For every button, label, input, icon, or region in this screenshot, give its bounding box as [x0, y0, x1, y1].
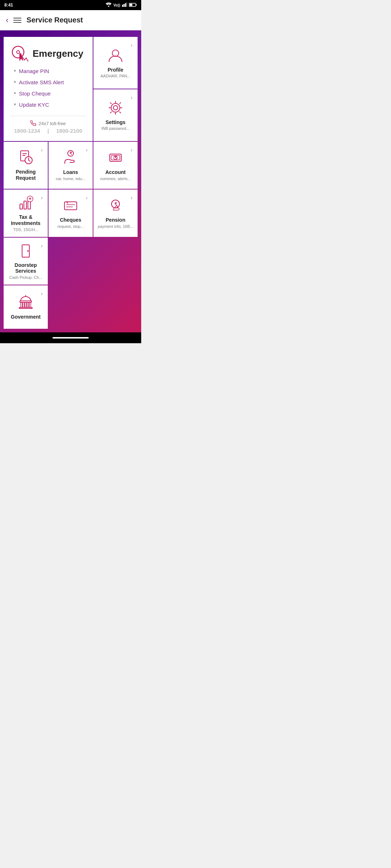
settings-title: Settings — [105, 119, 125, 125]
government-icon — [18, 294, 34, 312]
svg-rect-38 — [25, 302, 26, 307]
chevron-icon: › — [131, 147, 133, 153]
battery-icon — [129, 3, 137, 8]
doorstep-card[interactable]: › DoorstepServices Cash Pickup, Ch... — [4, 238, 48, 285]
page-title: Service Request — [26, 16, 83, 24]
svg-rect-37 — [23, 302, 24, 307]
chevron-icon: › — [131, 195, 133, 201]
chevron-icon: › — [41, 195, 43, 201]
chevron-icon: › — [41, 243, 43, 249]
cheques-subtitle: request, stop... — [58, 224, 84, 229]
cheques-icon: ₹ — [63, 197, 79, 215]
loans-title: Loans — [63, 169, 78, 175]
svg-rect-36 — [21, 302, 22, 307]
emergency-header: Emergency — [10, 44, 86, 63]
emergency-title: Emergency — [33, 48, 83, 59]
svg-text:₹: ₹ — [66, 201, 68, 205]
account-subtitle: nominee, alerts... — [100, 176, 131, 181]
emergency-card[interactable]: Emergency Manage PIN Activate SMS Alert … — [4, 37, 93, 141]
toll-free-numbers: 1800-1234 | 1800-2100 — [10, 128, 86, 134]
loans-card[interactable]: › ₹ Loans car, home, edu... — [49, 142, 93, 189]
chevron-icon: › — [41, 147, 43, 153]
link-update-kyc[interactable]: Update KYC — [14, 101, 86, 109]
pension-icon: ₹ — [108, 197, 123, 215]
status-icons: Vo)) — [106, 3, 137, 8]
tax-subtitle: TDS, 15G/H... — [13, 227, 38, 232]
cheques-card[interactable]: › ₹ Cheques request, stop... — [49, 190, 93, 237]
svg-text:₹: ₹ — [70, 151, 72, 156]
pending-request-card[interactable]: › PendingRequest — [4, 142, 48, 189]
pension-subtitle: payment info, 16B... — [98, 224, 133, 229]
account-card[interactable]: › ₹ Account nominee, alerts... — [93, 142, 138, 189]
separator: | — [47, 128, 50, 134]
network-icon — [122, 3, 127, 8]
toll-free-text: 24x7 toll-free — [38, 121, 66, 126]
doorstep-title: DoorstepServices — [14, 262, 37, 275]
emergency-links: Manage PIN Activate SMS Alert Stop Chequ… — [10, 67, 86, 109]
banner: Emergency Manage PIN Activate SMS Alert … — [0, 30, 141, 332]
home-indicator-bar — [0, 332, 141, 343]
loans-icon: ₹ — [63, 150, 79, 167]
svg-point-9 — [112, 50, 119, 56]
svg-rect-22 — [20, 204, 22, 209]
toll-number-1[interactable]: 1800-1234 — [14, 128, 40, 134]
tax-investments-icon — [18, 195, 34, 212]
profile-icon — [108, 47, 123, 65]
tax-investments-card[interactable]: › Tax &Investments TDS, 15G/H... — [4, 190, 48, 237]
svg-rect-23 — [24, 201, 26, 209]
svg-rect-41 — [19, 307, 32, 309]
svg-point-10 — [113, 106, 118, 110]
svg-point-8 — [17, 51, 20, 54]
toll-free-section: 24x7 toll-free 1800-1234 | 1800-2100 — [10, 120, 86, 134]
signal-text: Vo)) — [113, 3, 120, 7]
doorstep-subtitle: Cash Pickup, Ch... — [9, 275, 42, 280]
chevron-icon: › — [131, 94, 133, 101]
profile-title: Profile — [108, 67, 123, 73]
phone-icon — [30, 120, 36, 126]
nav-bar: ‹ Service Request — [0, 10, 141, 30]
government-card[interactable]: › Government — [4, 285, 48, 329]
pending-request-icon — [18, 149, 34, 167]
svg-point-11 — [111, 103, 120, 112]
pending-title: PendingRequest — [16, 169, 35, 181]
toll-free-label: 24x7 toll-free — [10, 120, 86, 126]
toll-number-2[interactable]: 1800-2100 — [56, 128, 82, 134]
svg-rect-2 — [125, 3, 126, 7]
svg-rect-40 — [29, 302, 31, 307]
menu-button[interactable] — [13, 18, 21, 23]
link-stop-cheque[interactable]: Stop Cheque — [14, 90, 86, 97]
service-grid: Emergency Manage PIN Activate SMS Alert … — [4, 37, 138, 329]
back-button[interactable]: ‹ — [6, 16, 8, 25]
svg-rect-1 — [123, 4, 125, 7]
doorstep-icon — [18, 243, 34, 260]
emergency-icon — [10, 44, 29, 63]
loans-subtitle: car, home, edu... — [56, 176, 85, 181]
settings-card[interactable]: › Settings INB password... — [93, 89, 138, 141]
svg-rect-3 — [126, 3, 127, 7]
government-title: Government — [11, 314, 41, 320]
settings-subtitle: INB password... — [101, 126, 130, 131]
svg-rect-6 — [130, 4, 133, 6]
pension-card[interactable]: › ₹ Pension payment info, 16B... — [93, 190, 138, 237]
settings-icon — [108, 100, 123, 117]
svg-point-33 — [27, 250, 29, 252]
account-title: Account — [105, 169, 126, 175]
chevron-icon: › — [131, 42, 133, 48]
svg-rect-5 — [136, 4, 137, 5]
chevron-icon: › — [86, 147, 88, 153]
status-time: 8:41 — [4, 3, 13, 8]
profile-subtitle: AADHAR, PAN... — [101, 74, 131, 78]
chevron-icon: › — [41, 290, 43, 297]
svg-rect-0 — [122, 5, 123, 7]
svg-point-7 — [12, 46, 24, 58]
link-manage-pin[interactable]: Manage PIN — [14, 67, 86, 75]
status-bar: 8:41 Vo)) — [0, 0, 141, 10]
account-icon: ₹ — [108, 150, 123, 167]
cheques-title: Cheques — [60, 217, 81, 223]
tax-title: Tax &Investments — [11, 214, 41, 226]
wifi-icon — [106, 3, 112, 8]
divider — [10, 116, 86, 116]
profile-card[interactable]: › Profile AADHAR, PAN... — [93, 37, 138, 89]
link-activate-sms[interactable]: Activate SMS Alert — [14, 78, 86, 86]
chevron-icon: › — [86, 195, 88, 201]
